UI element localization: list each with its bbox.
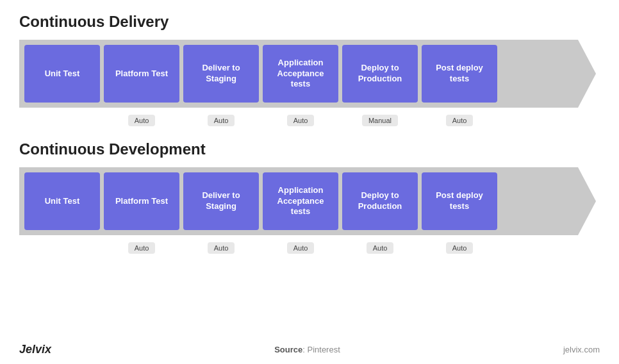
badge-deploy-prod-1: Manual [362,115,398,126]
brand-label: Jelvix [19,343,51,356]
source-value: Pinterest [307,345,340,354]
badge-spacer-1 [24,111,100,126]
stage-app-acceptance-1: Application Acceptance tests [263,45,338,103]
stage-post-deploy-1: Post deploy tests [422,45,497,103]
section-title-delivery: Continuous Delivery [19,13,600,31]
badge-wrapper-4: Manual [342,111,418,126]
stage-platform-test-1: Platform Test [104,45,179,103]
stage-unit-test-1: Unit Test [24,45,100,103]
badge-deliver-staging-1: Auto [208,115,235,126]
badge-post-deploy-2: Auto [446,242,474,254]
badge-spacer-2 [24,238,100,254]
badge-platform-test-2: Auto [128,242,156,254]
stage-deploy-prod-1: Deploy to Production [342,45,418,103]
badge-wrapper-1: Auto [104,111,179,126]
badge-deploy-prod-2: Auto [367,242,394,254]
badges-development: Auto Auto Auto Auto Auto [19,238,600,254]
badge-wrapper-2: Auto [183,111,259,126]
stage-deliver-staging-1: Deliver to Staging [183,45,259,103]
badge-post-deploy-1: Auto [446,115,474,126]
badge-wrapper-6: Auto [104,238,179,254]
badge-wrapper-9: Auto [342,238,418,254]
badge-platform-test-1: Auto [128,115,156,126]
stage-post-deploy-2: Post deploy tests [422,172,497,230]
stages-delivery: Unit Test Platform Test Deliver to Stagi… [24,45,497,103]
main-container: Continuous Delivery Unit Test Platform T… [0,0,619,276]
badge-app-acceptance-1: Auto [287,115,315,126]
source-label: Source: Pinterest [274,345,340,354]
stage-platform-test-2: Platform Test [104,172,179,230]
footer: Jelvix Source: Pinterest jelvix.com [0,343,619,356]
continuous-delivery-section: Continuous Delivery Unit Test Platform T… [19,13,600,126]
source-bold: Source [274,345,302,354]
stage-unit-test-2: Unit Test [24,172,100,230]
badge-wrapper-5: Auto [422,111,497,126]
badge-wrapper-7: Auto [183,238,259,254]
section-title-development: Continuous Development [19,140,600,158]
stages-development: Unit Test Platform Test Deliver to Stagi… [24,172,497,230]
stage-deliver-staging-2: Deliver to Staging [183,172,259,230]
badges-delivery: Auto Auto Auto Manual Auto [19,111,600,126]
pipeline-development: Unit Test Platform Test Deliver to Stagi… [19,167,596,235]
badge-app-acceptance-2: Auto [287,242,315,254]
badge-wrapper-3: Auto [263,111,338,126]
badge-wrapper-8: Auto [263,238,338,254]
website-label: jelvix.com [563,345,600,354]
pipeline-delivery: Unit Test Platform Test Deliver to Stagi… [19,40,596,108]
stage-deploy-prod-2: Deploy to Production [342,172,418,230]
stage-app-acceptance-2: Application Acceptance tests [263,172,338,230]
badge-wrapper-10: Auto [422,238,497,254]
badge-deliver-staging-2: Auto [208,242,235,254]
continuous-development-section: Continuous Development Unit Test Platfor… [19,140,600,254]
